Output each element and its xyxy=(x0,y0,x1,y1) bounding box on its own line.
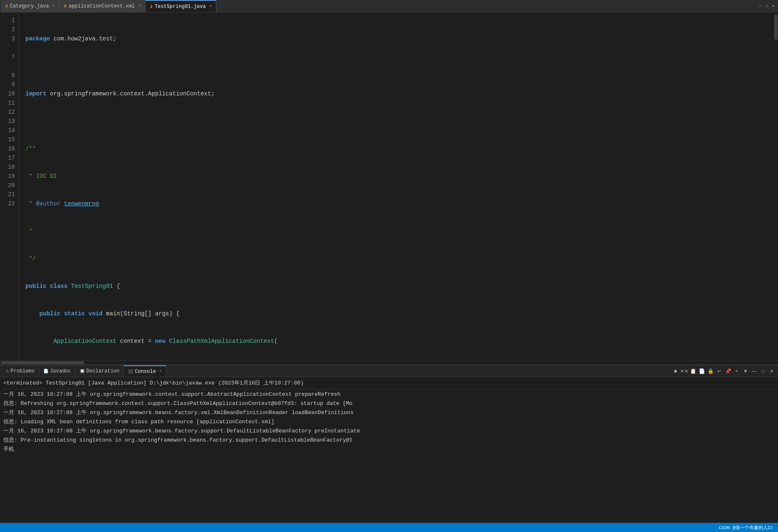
tab-category[interactable]: J Category.java × xyxy=(1,0,60,12)
panel-tab-problems-label: Problems xyxy=(10,368,35,374)
code-line-2 xyxy=(24,62,774,71)
minimize-panel-button[interactable]: — xyxy=(750,367,758,375)
hscrollbar-thumb xyxy=(1,361,84,364)
copy-button[interactable]: 📋 xyxy=(689,367,697,375)
java-active-icon: J xyxy=(150,4,153,9)
remove-all-button[interactable]: ✕✕ xyxy=(680,367,688,375)
code-line-9: * IOC DI xyxy=(24,172,774,181)
javadoc-icon: 📄 xyxy=(43,369,48,374)
code-line-11: * xyxy=(24,227,774,236)
code-line-7 xyxy=(24,117,774,126)
panel-tab-problems[interactable]: ⚠ Problems xyxy=(2,365,39,377)
editor-scroll-container[interactable]: 1 2 3 7 8 9 10 11 12 13 14 15 16 17 18 1… xyxy=(0,12,778,360)
editor-horizontal-scrollbar[interactable] xyxy=(0,360,778,365)
editor-tab-bar: J Category.java × X applicationContext.x… xyxy=(0,0,778,12)
java-icon: J xyxy=(5,4,8,9)
tab-category-label: Category.java xyxy=(10,3,49,9)
console-status-line: <terminated> TestSpring01 [Java Applicat… xyxy=(3,379,775,389)
status-text: CSDN @做一个有趣的人Zz xyxy=(719,525,773,531)
bottom-panel: ⚠ Problems 📄 Javadoc 🔲 Declaration ⬛ Con… xyxy=(0,365,778,523)
line-numbers: 1 2 3 7 8 9 10 11 12 13 14 15 16 17 18 1… xyxy=(0,12,19,360)
tab-category-close[interactable]: × xyxy=(53,4,55,8)
panel-tab-declaration-label: Declaration xyxy=(86,368,119,374)
scroll-lock-button[interactable]: 🔒 xyxy=(707,367,714,375)
terminate-button[interactable]: ■ xyxy=(672,367,679,375)
paste-button[interactable]: 📄 xyxy=(698,367,705,375)
code-line-10: * @author taowenmrng xyxy=(24,199,774,208)
console-line-7: 手机 xyxy=(3,445,775,454)
xml-icon: X xyxy=(64,4,67,9)
console-line-3: 一月 16, 2023 10:27:08 上午 org.springframew… xyxy=(3,408,775,417)
console-line-6: 信息: Pre-instantiating singletons in org.… xyxy=(3,436,775,445)
scrollbar-thumb xyxy=(774,15,778,40)
console-tab-close[interactable]: × xyxy=(159,369,162,374)
tab-appctx-label: applicationContext.xml xyxy=(69,3,135,9)
panel-tab-console[interactable]: ⬛ Console × xyxy=(124,365,166,377)
code-content[interactable]: package com.how2java.test; import org.sp… xyxy=(19,12,774,360)
pin-button[interactable]: 📌 xyxy=(724,367,732,375)
code-line-14: public static void main(String[] args) { xyxy=(24,309,774,318)
console-line-4: 信息: Loading XML bean definitions from cl… xyxy=(3,417,775,427)
console-line-5: 一月 16, 2023 10:27:08 上午 org.springframew… xyxy=(3,427,775,436)
panel-tab-declaration[interactable]: 🔲 Declaration xyxy=(75,365,124,377)
tab-appctx-close[interactable]: × xyxy=(138,4,141,8)
minimize-button[interactable]: — xyxy=(757,3,763,9)
tab-testspring-label: TestSpring01.java xyxy=(155,4,206,10)
code-line-15: ApplicationContext context = new ClassPa… xyxy=(24,337,774,346)
console-line-2: 信息: Refreshing org.springframework.conte… xyxy=(3,399,775,408)
console-icon: ⬛ xyxy=(128,369,133,374)
panel-tabs: ⚠ Problems 📄 Javadoc 🔲 Declaration ⬛ Con… xyxy=(2,365,166,377)
maximize-panel-button[interactable]: □ xyxy=(759,367,767,375)
code-line-13: public class TestSpring01 { xyxy=(24,282,774,291)
close-panel-button[interactable]: ✕ xyxy=(768,367,775,375)
panel-tab-javadoc[interactable]: 📄 Javadoc xyxy=(39,365,75,377)
declaration-icon: 🔲 xyxy=(80,369,85,374)
panel-tab-bar: ⚠ Problems 📄 Javadoc 🔲 Declaration ⬛ Con… xyxy=(0,365,778,377)
panel-tab-javadoc-label: Javadoc xyxy=(50,368,71,374)
close-button[interactable]: ✕ xyxy=(770,3,776,9)
editor-area: 1 2 3 7 8 9 10 11 12 13 14 15 16 17 18 1… xyxy=(0,12,778,365)
view-menu-button[interactable]: ▼ xyxy=(742,367,749,375)
editor-vertical-scrollbar[interactable] xyxy=(774,12,778,360)
tab-testspring[interactable]: J TestSpring01.java × xyxy=(146,0,216,12)
panel-toolbar: ■ ✕✕ 📋 📄 🔒 ↵ 📌 + ▼ — □ ✕ xyxy=(672,367,778,375)
code-line-3: import org.springframework.context.Appli… xyxy=(24,89,774,98)
code-line-8: /** xyxy=(24,144,774,153)
console-line-1: 一月 16, 2023 10:27:08 上午 org.springframew… xyxy=(3,390,775,399)
panel-tab-console-label: Console xyxy=(135,369,156,375)
problems-icon: ⚠ xyxy=(6,368,9,374)
word-wrap-button[interactable]: ↵ xyxy=(715,367,723,375)
window-controls: — □ ✕ xyxy=(757,3,778,9)
code-line-1: package com.how2java.test; xyxy=(24,34,774,43)
status-bar: CSDN @做一个有趣的人Zz xyxy=(0,523,778,532)
console-output[interactable]: <terminated> TestSpring01 [Java Applicat… xyxy=(0,377,778,523)
code-line-12: */ xyxy=(24,254,774,263)
tab-testspring-close[interactable]: × xyxy=(209,4,212,9)
maximize-button[interactable]: □ xyxy=(764,3,770,9)
tab-appctx[interactable]: X applicationContext.xml × xyxy=(60,0,146,12)
new-console-button[interactable]: + xyxy=(733,367,740,375)
